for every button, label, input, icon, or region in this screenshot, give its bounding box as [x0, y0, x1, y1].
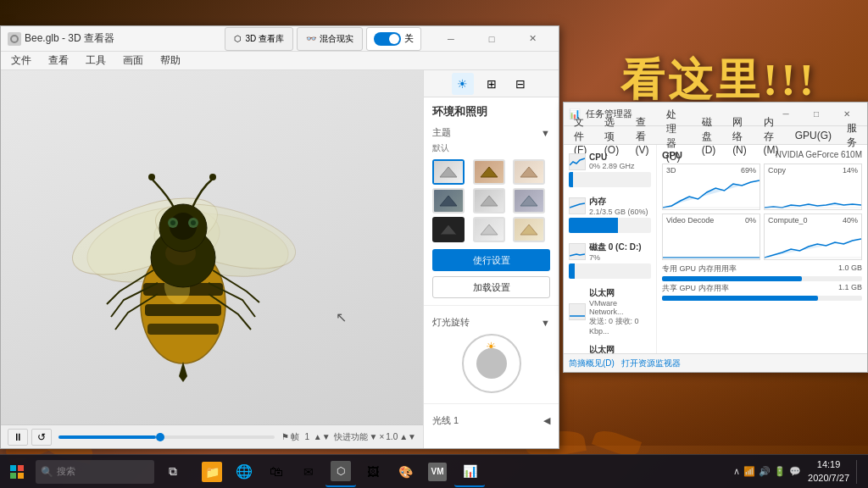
panel-grid-icon-btn[interactable]: ⊞ [481, 73, 503, 95]
svg-point-16 [191, 220, 196, 225]
taskbar-file-explorer[interactable]: 📁 [197, 457, 227, 487]
theme-item-8[interactable] [473, 217, 505, 242]
viewport-3d[interactable]: ↖ ⏸ ↺ ⚑ 帧 1 ▲▼ 快进功能 ▼ [1, 70, 423, 448]
menu-canvas[interactable]: 画面 [116, 52, 150, 69]
apply-settings-btn[interactable]: 使行设置 [432, 249, 550, 271]
taskmgr-footer-btn2[interactable]: 打开资源监视器 [621, 358, 681, 369]
paint3d-icon: 🎨 [395, 462, 415, 482]
taskbar-edge[interactable]: 🌐 [229, 457, 259, 487]
menu-file[interactable]: 文件 [4, 52, 38, 69]
sidebar-cpu-info: CPU 0% 2.89 GHz [589, 152, 635, 170]
window-3d-content: ↖ ⏸ ↺ ⚑ 帧 1 ▲▼ 快进功能 ▼ [1, 70, 559, 448]
action-center-icon[interactable]: 💬 [789, 466, 801, 477]
side-panel: ☀ ⊞ ⊟ 环境和照明 主题 ▼ 默认 [423, 70, 559, 448]
frame-display: ⚑ 帧 1 ▲▼ [281, 431, 331, 443]
speed-display: 快进功能 ▼ × 1.0 ▲▼ [334, 431, 416, 443]
theme-item-1[interactable] [432, 159, 465, 185]
clock-date: 2020/7/27 [808, 472, 849, 485]
btn-mixed-reality[interactable]: 👓 混合现实 [297, 27, 363, 51]
app-icon-3d [8, 32, 21, 46]
menu-help[interactable]: 帮助 [153, 52, 187, 69]
theme-item-3[interactable] [513, 159, 545, 185]
replay-btn[interactable]: ↺ [31, 429, 52, 446]
theme-item-6[interactable] [513, 188, 545, 214]
show-hidden-icons-btn[interactable]: ∧ [733, 466, 740, 477]
play-pause-btn[interactable]: ⏸ [8, 429, 28, 446]
taskmgr-menu-gpu[interactable]: GPU(G) [788, 128, 838, 143]
memory-bar [569, 218, 651, 233]
taskbar-taskmgr[interactable]: 📊 [454, 457, 485, 487]
dedicated-memory-bar [662, 276, 862, 281]
sidebar-eth1-info: 以太网 VMware Network... 发送: 0 接收: 0 Kbp... [589, 287, 651, 336]
theme-item-4[interactable] [432, 188, 465, 214]
taskmgr-footer-btn1[interactable]: 简摘概见(D) [569, 358, 615, 369]
taskbar-search-bar[interactable]: 🔍 搜索 [36, 460, 154, 484]
gpu-chart-video-decode: Video Decode 0% [662, 214, 760, 260]
reset-settings-btn[interactable]: 加载设置 [432, 276, 550, 298]
taskbar-photos[interactable]: 🖼 [358, 457, 388, 487]
taskbar-store[interactable]: 🛍 [261, 457, 292, 487]
store-icon: 🛍 [266, 462, 287, 482]
taskbar-vmware[interactable]: VM [422, 457, 453, 487]
volume-icon[interactable]: 🔊 [759, 466, 771, 477]
theme-item-7[interactable] [432, 217, 465, 242]
sidebar-ethernet2[interactable]: 以太网 以太网 2 发送: 0 接收: 0 Kbp... [564, 340, 656, 353]
dedicated-memory-label: 专用 GPU 内存用用率 1.0 GB [662, 263, 862, 274]
taskmgr-sidebar: CPU 0% 2.89 GHz 内存 2.1/3.5 GB (60%) [564, 145, 657, 353]
taskmgr-taskbar-icon: 📊 [459, 461, 480, 481]
btn-3d-library[interactable]: ⬡ 3D 查看库 [225, 27, 293, 51]
sidebar-cpu[interactable]: CPU 0% 2.89 GHz [564, 148, 656, 191]
toggle-switch[interactable] [374, 32, 401, 46]
dial-center [476, 348, 507, 379]
taskbar-app-items: 📁 🌐 🛍 ✉ ⬡ 🖼 [197, 457, 485, 487]
taskmgr-maximize[interactable]: □ [801, 103, 832, 126]
panel-layout-icon-btn[interactable]: ⊟ [509, 73, 531, 95]
svg-rect-35 [18, 473, 24, 479]
window-controls-3d: ─ □ ✕ [431, 26, 552, 52]
taskbar-mail[interactable]: ✉ [293, 457, 324, 487]
sidebar-memory[interactable]: 内存 2.1/3.5 GB (60%) [564, 191, 656, 237]
shared-memory-bar [662, 296, 862, 301]
gpu-header: GPU NVIDIA GeForce 610M [662, 150, 862, 160]
window-3d-title: Bee.glb - 3D 查看器 [25, 31, 221, 46]
close-button[interactable]: ✕ [513, 26, 552, 52]
theme-item-2[interactable] [473, 159, 505, 185]
maximize-button[interactable]: □ [472, 26, 511, 52]
minimize-button[interactable]: ─ [431, 26, 470, 52]
taskbar-clock[interactable]: 14:19 2020/7/27 [808, 458, 849, 485]
toggle-control[interactable]: 关 [366, 27, 421, 51]
timeline-bar[interactable] [58, 435, 275, 439]
svg-marker-20 [481, 167, 498, 177]
mixed-reality-icon: 👓 [306, 34, 316, 43]
sidebar-disk[interactable]: 磁盘 0 (C: D:) 7% [564, 237, 656, 283]
sidebar-ethernet1[interactable]: 以太网 VMware Network... 发送: 0 接收: 0 Kbp... [564, 283, 656, 340]
panel-divider-2 [424, 403, 559, 404]
menu-tools[interactable]: 工具 [79, 52, 113, 69]
show-desktop-btn[interactable] [856, 460, 861, 484]
start-button[interactable] [0, 455, 34, 489]
theme-item-5[interactable] [473, 188, 505, 214]
edge-icon: 🌐 [234, 462, 254, 482]
playbar-thumb[interactable] [156, 433, 164, 441]
svg-marker-25 [440, 225, 457, 235]
taskview-btn[interactable]: ⧉ [158, 457, 188, 487]
rotation-dial[interactable]: ☀ [462, 334, 521, 393]
theme-item-9[interactable] [513, 217, 545, 242]
svg-point-17 [148, 174, 155, 180]
sidebar-eth2-header: 以太网 以太网 2 发送: 0 接收: 0 Kbp... [569, 344, 651, 353]
menu-view[interactable]: 查看 [42, 52, 75, 69]
sidebar-memory-header: 内存 2.1/3.5 GB (60%) [569, 196, 651, 216]
svg-marker-24 [520, 196, 537, 206]
svg-point-15 [170, 220, 175, 225]
light-header[interactable]: 光线 1 ◀ [432, 414, 550, 427]
taskbar-3d-viewer[interactable]: ⬡ [326, 457, 356, 487]
cube-icon: ⬡ [234, 34, 242, 43]
svg-marker-21 [520, 167, 537, 177]
svg-rect-7 [147, 324, 219, 335]
file-explorer-icon: 📁 [202, 462, 222, 482]
taskbar-paint3d[interactable]: 🎨 [390, 457, 420, 487]
cpu-bar [569, 172, 651, 187]
panel-sun-icon-btn[interactable]: ☀ [452, 73, 474, 95]
panel-theme-section[interactable]: 主题 ▼ [424, 123, 559, 142]
photos-icon: 🖼 [363, 462, 383, 482]
